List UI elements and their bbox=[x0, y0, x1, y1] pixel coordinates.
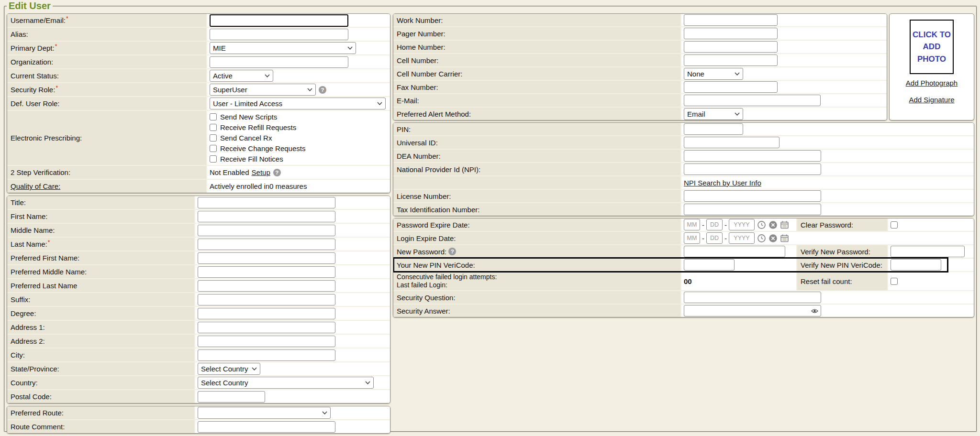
tax-identification-number-row: Tax Identification Number: bbox=[393, 202, 974, 216]
license-number-input[interactable] bbox=[684, 190, 821, 202]
preferred-route-select[interactable] bbox=[198, 407, 331, 419]
send-cancel-rx-option: Send Cancel Rx bbox=[210, 133, 388, 143]
postal-code-label-text: Postal Code: bbox=[11, 392, 52, 401]
fax-number-value-cell bbox=[681, 81, 887, 93]
your-new-pin-vericode-input[interactable] bbox=[684, 259, 735, 271]
quality-of-care-text: Actively enrolled in0 measures bbox=[210, 182, 307, 190]
date-separator: - bbox=[702, 234, 704, 242]
preferred-middle-name-input[interactable] bbox=[198, 266, 335, 278]
pin-input[interactable] bbox=[684, 123, 743, 135]
new-password-input[interactable] bbox=[684, 246, 785, 257]
reset-fail-count-label-text: Reset fail count: bbox=[801, 277, 852, 285]
def-user-role-row: Def. User Role:User - Limited Access bbox=[7, 96, 390, 110]
tax-identification-number-input[interactable] bbox=[684, 204, 821, 215]
consecutive-failed-login-attempts-label-line-2: Last failed Login: bbox=[397, 281, 447, 290]
x-circle-icon[interactable] bbox=[768, 234, 778, 243]
middle-name-row: Middle Name: bbox=[7, 223, 390, 237]
question-circle-icon[interactable]: ? bbox=[319, 86, 326, 94]
quality-of-care-label-text[interactable]: Quality of Care: bbox=[11, 182, 60, 190]
question-circle-icon[interactable]: ? bbox=[448, 248, 456, 255]
preferred-last-name-input[interactable] bbox=[198, 280, 335, 292]
password-expire-date-dd-input[interactable]: DD bbox=[706, 219, 723, 230]
identifiers-box: PIN:Universal ID:DEA Number:National Pro… bbox=[393, 122, 974, 216]
postal-code-input[interactable] bbox=[198, 391, 265, 403]
calendar-icon[interactable] bbox=[780, 234, 789, 243]
quality-of-care-label[interactable]: Quality of Care: bbox=[7, 180, 207, 193]
add-photograph-link[interactable]: Add Photograph bbox=[906, 79, 958, 87]
current-status-select[interactable]: Active bbox=[210, 70, 273, 82]
license-number-row: License Number: bbox=[393, 189, 974, 202]
setup-link[interactable]: Setup bbox=[252, 168, 270, 176]
title-label-text: Title: bbox=[11, 198, 26, 207]
npi-search-by-user-info-link[interactable]: NPI Search by User Info bbox=[684, 179, 761, 187]
username-email-input[interactable] bbox=[210, 14, 348, 27]
password-expire-date-yyyy-input[interactable]: YYYY bbox=[729, 219, 755, 230]
send-new-scripts-checkbox[interactable] bbox=[210, 113, 217, 120]
clock-icon[interactable] bbox=[757, 220, 766, 229]
suffix-input[interactable] bbox=[198, 294, 335, 305]
address-2-input[interactable] bbox=[198, 336, 335, 347]
verify-new-password-input[interactable] bbox=[891, 246, 965, 257]
city-input[interactable] bbox=[198, 349, 335, 361]
universal-id-label-text: Universal ID: bbox=[397, 139, 438, 147]
clock-icon[interactable] bbox=[757, 234, 766, 243]
def-user-role-select[interactable]: User - Limited Access bbox=[210, 98, 386, 109]
primary-dept-select[interactable]: MIE bbox=[210, 42, 356, 54]
security-question-input[interactable] bbox=[684, 292, 821, 303]
add-photo-box[interactable]: CLICK TO ADD PHOTO bbox=[910, 20, 954, 74]
add-signature-link[interactable]: Add Signature bbox=[909, 96, 954, 104]
npi-search-by-user-info-row: NPI Search by User Info bbox=[393, 175, 974, 189]
fax-number-input[interactable] bbox=[684, 81, 778, 93]
receive-fill-notices-label: Receive Fill Notices bbox=[220, 155, 283, 163]
verify-new-pin-vericode-input[interactable] bbox=[891, 259, 941, 271]
login-expire-date-dd-input[interactable]: DD bbox=[706, 232, 723, 244]
degree-value-cell bbox=[195, 307, 390, 320]
route-comment-input[interactable] bbox=[198, 421, 335, 433]
receive-fill-notices-checkbox[interactable] bbox=[210, 155, 217, 163]
preferred-first-name-input[interactable] bbox=[198, 252, 335, 264]
license-number-value-cell bbox=[681, 190, 974, 202]
password-expire-date-mm-input[interactable]: MM bbox=[684, 219, 700, 230]
receive-change-requests-checkbox[interactable] bbox=[210, 145, 217, 152]
security-role-select[interactable]: SuperUser bbox=[210, 84, 316, 96]
cell-number-carrier-select[interactable]: None bbox=[684, 68, 743, 80]
home-number-input[interactable] bbox=[684, 41, 778, 53]
organization-input[interactable] bbox=[210, 56, 348, 68]
security-role-value-cell: SuperUser? bbox=[207, 83, 390, 96]
x-circle-icon[interactable] bbox=[768, 220, 778, 229]
degree-input[interactable] bbox=[198, 308, 335, 319]
primary-dept-select-value: MIE bbox=[213, 44, 226, 52]
first-name-input[interactable] bbox=[198, 211, 335, 222]
dea-number-input[interactable] bbox=[684, 150, 821, 162]
address-1-input[interactable] bbox=[198, 322, 335, 333]
calendar-icon[interactable] bbox=[780, 220, 789, 229]
state-province-select[interactable]: Select Country bbox=[198, 363, 260, 375]
chevron-down-icon bbox=[365, 381, 370, 384]
send-cancel-rx-checkbox[interactable] bbox=[210, 134, 217, 142]
pager-number-input[interactable] bbox=[684, 28, 778, 39]
login-expire-date-mm-input[interactable]: MM bbox=[684, 232, 700, 244]
title-input[interactable] bbox=[198, 197, 335, 208]
universal-id-input[interactable] bbox=[684, 137, 780, 148]
e-mail-input[interactable] bbox=[684, 95, 821, 106]
cell-number-input[interactable] bbox=[684, 54, 778, 66]
clear-password-checkbox[interactable] bbox=[891, 221, 898, 229]
cell-number-row: Cell Number: bbox=[393, 53, 887, 66]
pin-value-cell bbox=[681, 123, 974, 135]
login-expire-date-yyyy-input[interactable]: YYYY bbox=[729, 232, 755, 244]
question-circle-icon[interactable]: ? bbox=[273, 169, 281, 176]
work-number-input[interactable] bbox=[684, 14, 778, 26]
country-select[interactable]: Select Country bbox=[198, 377, 374, 389]
eye-icon[interactable] bbox=[811, 308, 818, 314]
reset-fail-count-checkbox[interactable] bbox=[891, 278, 898, 285]
security-answer-input-wrap bbox=[684, 305, 821, 316]
middle-name-input[interactable] bbox=[198, 225, 335, 236]
middle-name-value-cell bbox=[195, 224, 390, 237]
security-answer-input[interactable] bbox=[684, 305, 821, 316]
alias-input[interactable] bbox=[210, 29, 348, 40]
national-provider-id-npi-label-text: National Provider Id (NPI): bbox=[397, 165, 480, 174]
receive-refill-requests-checkbox[interactable] bbox=[210, 124, 217, 131]
last-name-input[interactable] bbox=[198, 239, 335, 250]
national-provider-id-npi-input[interactable] bbox=[684, 164, 821, 175]
preferred-alert-method-select[interactable]: Email bbox=[684, 108, 743, 120]
